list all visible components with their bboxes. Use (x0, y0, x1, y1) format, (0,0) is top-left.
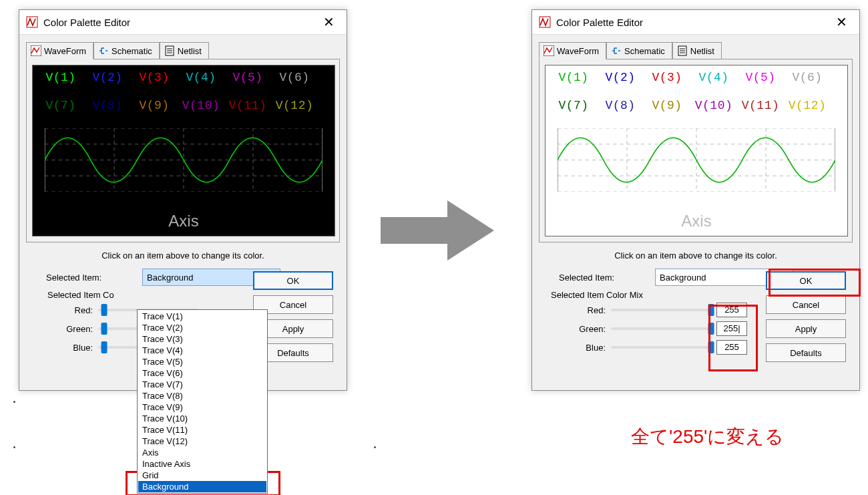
green-track[interactable] (611, 321, 711, 336)
dropdown-item[interactable]: Trace V(11) (138, 424, 266, 436)
titlebar: Color Palette Editor ✕ (532, 10, 859, 35)
dropdown-item[interactable]: Trace V(12) (138, 436, 266, 447)
preview-light[interactable]: V(1)V(2)V(3)V(4)V(5)V(6) V(7)V(8)V(9)V(1… (545, 65, 848, 236)
tab-netlist[interactable]: Netlist (672, 42, 722, 59)
dropdown-item[interactable]: Trace V(8) (138, 390, 266, 401)
tab-waveform[interactable]: WaveForm (539, 42, 606, 59)
trace-V12[interactable]: V(12) (273, 99, 316, 112)
trace-V4[interactable]: V(4) (180, 71, 222, 84)
hint-text: Click on an item above to change its col… (532, 242, 859, 266)
tab-label: Netlist (690, 46, 714, 56)
trace-V6[interactable]: V(6) (273, 71, 316, 84)
defaults-button[interactable]: Defaults (766, 343, 846, 362)
trace-V7[interactable]: V(7) (39, 99, 82, 112)
close-button[interactable]: ✕ (829, 14, 854, 30)
cancel-button[interactable]: Cancel (766, 295, 846, 314)
dropdown-item[interactable]: Trace V(6) (138, 367, 266, 379)
blue-value[interactable]: 255 (716, 340, 747, 355)
selected-item-label: Selected Item: (46, 273, 140, 283)
slider-blue[interactable]: Blue: 255 (546, 339, 759, 356)
ok-button[interactable]: OK (766, 271, 846, 290)
ok-button[interactable]: OK (253, 271, 333, 290)
slider-red[interactable]: Red: 255 (546, 301, 759, 319)
trace-V10[interactable]: V(10) (180, 99, 222, 112)
trace-V1[interactable]: V(1) (552, 71, 595, 84)
blue-label: Blue: (33, 343, 98, 353)
app-icon (26, 16, 38, 28)
red-label: Red: (546, 305, 611, 315)
trace-V9[interactable]: V(9) (133, 99, 176, 112)
trace-V3[interactable]: V(3) (646, 71, 688, 84)
dropdown-item[interactable]: Axis (138, 447, 266, 458)
apply-button[interactable]: Apply (766, 319, 846, 338)
schematic-icon (98, 45, 109, 56)
trace-V1[interactable]: V(1) (39, 71, 82, 84)
tab-waveform[interactable]: WaveForm (26, 42, 93, 59)
tab-schematic[interactable]: Schematic (606, 42, 672, 59)
preview-dark[interactable]: V(1)V(2)V(3)V(4)V(5)V(6) V(7)V(8)V(9)V(1… (32, 65, 335, 236)
green-label: Green: (33, 324, 98, 334)
trace-V4[interactable]: V(4) (692, 71, 735, 84)
dropdown-item[interactable]: Trace V(10) (138, 413, 266, 424)
dropdown-item[interactable]: Trace V(3) (138, 333, 266, 345)
dropdown-item[interactable]: Trace V(1) (138, 311, 266, 322)
green-label: Green: (546, 324, 611, 334)
dropdown-item[interactable]: Trace V(2) (138, 322, 266, 333)
hint-text: Click on an item above to change its col… (19, 242, 347, 266)
dropdown-item[interactable]: Trace V(9) (138, 401, 266, 413)
selected-item-label: Selected Item: (559, 273, 652, 283)
app-icon (539, 16, 551, 28)
dropdown-item[interactable]: Trace V(7) (138, 379, 266, 390)
trace-V12[interactable]: V(12) (786, 99, 829, 112)
red-track[interactable] (611, 303, 711, 317)
trace-V8[interactable]: V(8) (599, 99, 642, 112)
combo-value: Background (147, 273, 193, 283)
tab-label: Schematic (624, 46, 665, 56)
sine-preview (558, 128, 835, 192)
right-dialog: Color Palette Editor ✕ WaveForm Schemati… (531, 9, 860, 391)
trace-V2[interactable]: V(2) (86, 71, 129, 84)
decorative-dot (374, 446, 376, 448)
green-value[interactable]: 255| (716, 321, 747, 336)
tabs: WaveForm Schematic Netlist (532, 35, 859, 59)
trace-V6[interactable]: V(6) (786, 71, 829, 84)
trace-V8[interactable]: V(8) (86, 99, 129, 112)
trace-V5[interactable]: V(5) (739, 71, 782, 84)
selected-item-dropdown[interactable]: Trace V(1)Trace V(2)Trace V(3)Trace V(4)… (137, 309, 268, 494)
tabs: WaveForm Schematic Netlist (19, 35, 347, 59)
axis-label[interactable]: Axis (33, 212, 335, 230)
trace-V11[interactable]: V(11) (739, 99, 782, 112)
tab-schematic[interactable]: Schematic (93, 42, 160, 59)
trace-V3[interactable]: V(3) (133, 71, 176, 84)
dialog-title: Color Palette Editor (556, 17, 643, 28)
sine-preview (45, 128, 322, 192)
dropdown-item[interactable]: Background (138, 481, 266, 492)
dropdown-item[interactable]: Trace V(5) (138, 356, 266, 367)
titlebar: Color Palette Editor ✕ (19, 10, 347, 35)
schematic-icon (611, 45, 622, 56)
blue-label: Blue: (546, 343, 611, 353)
dropdown-item[interactable]: Inactive Axis (138, 458, 266, 470)
trace-V7[interactable]: V(7) (552, 99, 595, 112)
trace-V5[interactable]: V(5) (226, 71, 269, 84)
trace-V2[interactable]: V(2) (599, 71, 642, 84)
tab-label: Schematic (112, 46, 152, 56)
left-dialog: Color Palette Editor ✕ WaveForm Schemati… (19, 9, 347, 391)
axis-label[interactable]: Axis (546, 212, 847, 230)
dialog-title: Color Palette Editor (43, 17, 130, 28)
tab-label: Netlist (178, 46, 202, 56)
red-value[interactable]: 255 (716, 303, 747, 317)
trace-V9[interactable]: V(9) (646, 99, 688, 112)
tab-netlist[interactable]: Netlist (160, 42, 209, 59)
slider-green[interactable]: Green: 255| (546, 320, 759, 337)
waveform-icon (544, 45, 554, 56)
dropdown-item[interactable]: Grid (138, 470, 266, 481)
trace-V11[interactable]: V(11) (226, 99, 269, 112)
trace-V10[interactable]: V(10) (692, 99, 735, 112)
close-button[interactable]: ✕ (316, 14, 341, 30)
dropdown-item[interactable]: Trace V(4) (138, 345, 266, 356)
blue-track[interactable] (611, 340, 711, 355)
caption-jp: 全て'255'に変える (631, 424, 784, 450)
svg-marker-15 (381, 200, 494, 261)
tab-label: WaveForm (557, 46, 599, 56)
